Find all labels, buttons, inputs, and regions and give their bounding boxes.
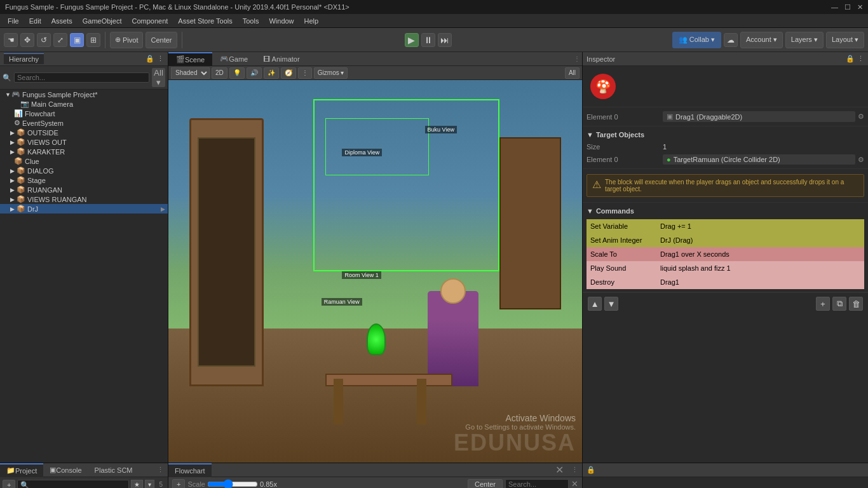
close-btn[interactable]: ✕ bbox=[857, 3, 863, 11]
tree-item-eventsystem[interactable]: ⚙ EventSystem bbox=[0, 118, 168, 128]
tree-item-clue[interactable]: 📦 Clue bbox=[0, 156, 168, 166]
tree-item-camera[interactable]: 📷 Main Camera bbox=[0, 99, 168, 109]
tab-game[interactable]: 🎮 Game bbox=[212, 52, 255, 66]
menu-window[interactable]: Window bbox=[264, 16, 299, 26]
tree-item-viewsruangan[interactable]: ▶ 📦 VIEWS RUANGAN bbox=[0, 194, 168, 204]
project-filter-btn[interactable]: ▾ bbox=[145, 480, 154, 488]
inspector-up-btn[interactable]: ▲ bbox=[588, 297, 602, 311]
2d-button[interactable]: 2D bbox=[212, 67, 227, 79]
tree-item-viewsout[interactable]: ▶ 📦 VIEWS OUT bbox=[0, 137, 168, 147]
nav-button[interactable]: 🧭 bbox=[281, 67, 296, 79]
tree-item-drj[interactable]: ▶ 📦 DrJ ▶ bbox=[0, 204, 168, 214]
hierarchy-all-btn[interactable]: All ▾ bbox=[152, 68, 165, 87]
tree-label-dialog: DIALOG bbox=[27, 167, 54, 175]
scale-tool[interactable]: ⤢ bbox=[53, 33, 67, 47]
bottom-area: 📁 Project ▣ Console Plastic SCM ⋮ + ★ ▾ … bbox=[0, 463, 868, 488]
pivot-button[interactable]: ⊕ Pivot bbox=[110, 32, 143, 48]
play-button[interactable]: ▶ bbox=[405, 33, 419, 47]
project-panel-more[interactable]: ⋮ bbox=[153, 466, 168, 474]
project-add-btn[interactable]: + bbox=[3, 480, 15, 489]
console-icon: ▣ bbox=[50, 466, 56, 474]
layout-button[interactable]: Layout ▾ bbox=[826, 32, 864, 48]
activate-windows: Activate Windows Go to Settings to activ… bbox=[465, 413, 576, 431]
cloud-button[interactable]: ☁ bbox=[724, 33, 738, 47]
gizmos-button[interactable]: Gizmos ▾ bbox=[314, 67, 348, 79]
tab-plastic-scm[interactable]: Plastic SCM bbox=[88, 463, 139, 477]
hand-tool[interactable]: ☚ bbox=[4, 33, 18, 47]
command-row-playsound[interactable]: Play Sound liquid splash and fizz 1 bbox=[587, 261, 864, 275]
element1-settings-icon[interactable]: ⚙ bbox=[858, 156, 864, 164]
tab-console[interactable]: ▣ Console bbox=[43, 463, 88, 477]
menu-edit[interactable]: Edit bbox=[24, 16, 46, 26]
tree-arrow: ▶ bbox=[10, 168, 17, 174]
maximize-btn[interactable]: ☐ bbox=[844, 3, 851, 11]
light-button[interactable]: 💡 bbox=[229, 67, 245, 79]
rotate-tool[interactable]: ↺ bbox=[37, 33, 51, 47]
commands-header[interactable]: ▼ Commands bbox=[587, 205, 864, 217]
flowchart-search-input[interactable] bbox=[505, 479, 569, 489]
scale-slider[interactable] bbox=[207, 479, 258, 489]
hierarchy-search-input[interactable] bbox=[14, 72, 149, 83]
pause-button[interactable]: ⏸ bbox=[421, 33, 435, 47]
center-button[interactable]: Center bbox=[146, 32, 177, 48]
scaleto-label: Scale To bbox=[590, 250, 660, 258]
account-button[interactable]: Account ▾ bbox=[740, 32, 783, 48]
hierarchy-tab[interactable]: Hierarchy bbox=[4, 53, 44, 64]
tree-item-ruangan[interactable]: ▶ 📦 RUANGAN bbox=[0, 185, 168, 194]
tree-item-stage[interactable]: ▶ 📦 Stage bbox=[0, 175, 168, 185]
flowchart-more-icon[interactable]: ⋮ bbox=[567, 466, 582, 474]
flowchart-add-btn[interactable]: + bbox=[172, 479, 185, 489]
tab-flowchart[interactable]: Flowchart bbox=[168, 463, 212, 477]
more-button[interactable]: ⋮ bbox=[298, 67, 312, 79]
center-btn[interactable]: Center bbox=[468, 479, 503, 489]
inspector-down-btn[interactable]: ▼ bbox=[604, 297, 618, 311]
menu-asset-store-tools[interactable]: Asset Store Tools bbox=[173, 16, 237, 26]
step-button[interactable]: ⏭ bbox=[438, 33, 452, 47]
inspector-delete-btn[interactable]: 🗑 bbox=[849, 297, 863, 311]
rect-tool[interactable]: ▣ bbox=[70, 33, 84, 47]
menu-file[interactable]: File bbox=[3, 16, 24, 26]
tree-item-outside[interactable]: ▶ 📦 OUTSIDE bbox=[0, 128, 168, 137]
move-tool[interactable]: ✥ bbox=[20, 33, 34, 47]
scene-view[interactable]: Diploma View Buku View Room View 1 Ramua… bbox=[168, 80, 582, 463]
fx-button[interactable]: ✨ bbox=[264, 67, 279, 79]
hierarchy-more-icon[interactable]: ⋮ bbox=[157, 55, 164, 63]
shading-select[interactable]: Shaded bbox=[171, 67, 210, 79]
menu-assets[interactable]: Assets bbox=[46, 16, 78, 26]
collab-button[interactable]: 👥 Collab ▾ bbox=[672, 32, 721, 48]
transform-tool[interactable]: ⊞ bbox=[86, 33, 100, 47]
command-row-scaleto[interactable]: Scale To Drag1 over X seconds bbox=[587, 247, 864, 261]
eventsystem-icon: ⚙ bbox=[14, 119, 20, 127]
audio-button[interactable]: 🔊 bbox=[247, 67, 262, 79]
command-row-destroy[interactable]: Destroy Drag1 bbox=[587, 275, 864, 289]
project-star-btn[interactable]: ★ bbox=[131, 480, 143, 488]
target-objects-header[interactable]: ▼ Target Objects bbox=[587, 129, 864, 140]
tree-item-dialog[interactable]: ▶ 📦 DIALOG bbox=[0, 166, 168, 175]
minimize-btn[interactable]: — bbox=[831, 3, 838, 11]
drag-icon: ▣ bbox=[667, 112, 673, 121]
flowchart-search-clear[interactable]: ✕ bbox=[571, 479, 578, 488]
collab-icon: 👥 bbox=[679, 36, 688, 44]
tree-item-fungus-project[interactable]: ▼ 🎮 Fungus Sample Project* bbox=[0, 90, 168, 99]
tree-item-karakter[interactable]: ▶ 📦 KARAKTER bbox=[0, 147, 168, 156]
flowchart-close-btn[interactable]: ✕ bbox=[552, 464, 567, 476]
menu-help[interactable]: Help bbox=[299, 16, 324, 26]
tab-project[interactable]: 📁 Project bbox=[0, 463, 43, 477]
inspector-add-btn[interactable]: + bbox=[816, 297, 830, 311]
menu-component[interactable]: Component bbox=[126, 16, 173, 26]
tab-animator[interactable]: 🎞 Animator bbox=[255, 52, 307, 66]
tab-scene[interactable]: 🎬 Scene bbox=[168, 52, 212, 66]
command-row-setvariable[interactable]: Set Variable Drag += 1 bbox=[587, 219, 864, 233]
menu-gameobject[interactable]: GameObject bbox=[78, 16, 127, 26]
inspector-lock-icon[interactable]: 🔒 bbox=[846, 55, 855, 63]
command-row-setanim[interactable]: Set Anim Integer DrJ (Drag) bbox=[587, 233, 864, 247]
layers-button[interactable]: Layers ▾ bbox=[785, 32, 824, 48]
element0-settings-icon[interactable]: ⚙ bbox=[858, 112, 864, 121]
project-search-input[interactable] bbox=[17, 480, 129, 489]
inspector-more-icon[interactable]: ⋮ bbox=[857, 55, 864, 63]
tree-item-flowchart[interactable]: 📊 Flowchart bbox=[0, 109, 168, 118]
menu-tools[interactable]: Tools bbox=[238, 16, 264, 26]
inspector-copy-btn[interactable]: ⧉ bbox=[832, 297, 846, 311]
view-all-button[interactable]: All bbox=[565, 67, 580, 79]
scene-close-btn[interactable]: ⋮ bbox=[572, 55, 582, 62]
